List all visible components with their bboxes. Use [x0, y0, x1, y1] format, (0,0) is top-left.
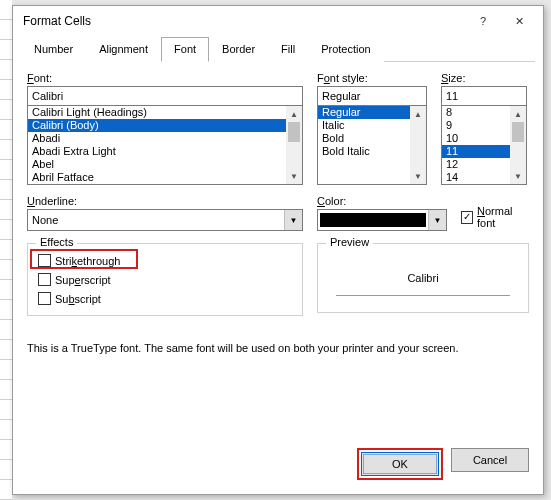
font-item[interactable]: Abadi	[28, 132, 286, 145]
checkbox-icon	[38, 273, 51, 286]
effects-legend: Effects	[36, 236, 77, 248]
scroll-up-icon[interactable]: ▲	[286, 106, 302, 122]
underline-dropdown[interactable]: None ▼	[27, 209, 303, 231]
color-dropdown[interactable]: ▼	[317, 209, 447, 231]
scroll-down-icon[interactable]: ▼	[410, 168, 426, 184]
preview-groupbox: Preview Calibri	[317, 243, 529, 313]
tab-strip: Number Alignment Font Border Fill Protec…	[21, 36, 535, 62]
format-cells-dialog: Format Cells ? ✕ Number Alignment Font B…	[12, 5, 544, 495]
size-item[interactable]: 14	[442, 171, 510, 184]
scroll-thumb[interactable]	[512, 122, 524, 142]
dialog-buttons: OK Cancel	[13, 438, 543, 494]
preview-sample: Calibri	[407, 272, 438, 284]
spreadsheet-background	[0, 0, 12, 500]
font-style-item[interactable]: Regular	[318, 106, 410, 119]
checkbox-icon	[461, 211, 473, 224]
font-label: Font:	[27, 72, 303, 84]
font-item[interactable]: Abril Fatface	[28, 171, 286, 184]
font-input[interactable]	[27, 86, 303, 106]
cancel-button[interactable]: Cancel	[451, 448, 529, 472]
tab-protection[interactable]: Protection	[308, 37, 384, 62]
size-scrollbar[interactable]: ▲ ▼	[510, 106, 526, 184]
checkbox-icon	[38, 292, 51, 305]
font-style-input[interactable]	[317, 86, 427, 106]
titlebar: Format Cells ? ✕	[13, 6, 543, 36]
preview-area: Calibri	[328, 254, 518, 302]
font-style-label: Font style:	[317, 72, 427, 84]
highlight-annotation: OK	[357, 448, 443, 480]
color-label: Color:	[317, 195, 447, 207]
font-info-text: This is a TrueType font. The same font w…	[27, 342, 529, 354]
chevron-down-icon[interactable]: ▼	[428, 210, 446, 230]
superscript-checkbox[interactable]: Superscript	[38, 273, 292, 286]
scroll-up-icon[interactable]: ▲	[510, 106, 526, 122]
tab-fill[interactable]: Fill	[268, 37, 308, 62]
chevron-down-icon[interactable]: ▼	[284, 210, 302, 230]
tab-content: Font: Calibri Light (Headings) Calibri (…	[13, 62, 543, 438]
tab-border[interactable]: Border	[209, 37, 268, 62]
size-label: Size:	[441, 72, 527, 84]
help-button[interactable]: ?	[465, 8, 501, 34]
font-listbox[interactable]: Calibri Light (Headings) Calibri (Body) …	[27, 105, 303, 185]
size-item[interactable]: 11	[442, 145, 510, 158]
size-item[interactable]: 8	[442, 106, 510, 119]
font-item[interactable]: Calibri (Body)	[28, 119, 286, 132]
underline-label: Underline:	[27, 195, 303, 207]
scroll-thumb[interactable]	[288, 122, 300, 142]
underline-value: None	[28, 214, 284, 226]
preview-legend: Preview	[326, 236, 373, 248]
scroll-up-icon[interactable]: ▲	[410, 106, 426, 122]
size-item[interactable]: 9	[442, 119, 510, 132]
size-input[interactable]	[441, 86, 527, 106]
subscript-checkbox[interactable]: Subscript	[38, 292, 292, 305]
dialog-title: Format Cells	[23, 14, 465, 28]
font-item[interactable]: Abel	[28, 158, 286, 171]
normal-font-label: Normal font	[477, 205, 529, 229]
font-style-item[interactable]: Bold Italic	[318, 145, 410, 158]
superscript-label: Superscript	[55, 274, 111, 286]
size-listbox[interactable]: 8 9 10 11 12 14 ▲ ▼	[441, 105, 527, 185]
scroll-down-icon[interactable]: ▼	[510, 168, 526, 184]
scroll-down-icon[interactable]: ▼	[286, 168, 302, 184]
font-style-listbox[interactable]: Regular Italic Bold Bold Italic ▲ ▼	[317, 105, 427, 185]
font-style-item[interactable]: Italic	[318, 119, 410, 132]
font-scrollbar[interactable]: ▲ ▼	[286, 106, 302, 184]
subscript-label: Subscript	[55, 293, 101, 305]
font-style-scrollbar[interactable]: ▲ ▼	[410, 106, 426, 184]
ok-button[interactable]: OK	[361, 452, 439, 476]
strikethrough-label: Strikethrough	[55, 255, 120, 267]
size-item[interactable]: 10	[442, 132, 510, 145]
effects-groupbox: Effects Strikethrough Superscript Subscr…	[27, 243, 303, 316]
tab-number[interactable]: Number	[21, 37, 86, 62]
tab-font[interactable]: Font	[161, 37, 209, 62]
font-item[interactable]: Calibri Light (Headings)	[28, 106, 286, 119]
strikethrough-checkbox[interactable]: Strikethrough	[38, 254, 292, 267]
font-style-item[interactable]: Bold	[318, 132, 410, 145]
close-button[interactable]: ✕	[501, 8, 537, 34]
normal-font-checkbox[interactable]: Normal font	[461, 205, 529, 229]
font-item[interactable]: Abadi Extra Light	[28, 145, 286, 158]
size-item[interactable]: 12	[442, 158, 510, 171]
preview-baseline	[336, 295, 510, 296]
color-swatch	[320, 213, 426, 227]
checkbox-icon	[38, 254, 51, 267]
tab-alignment[interactable]: Alignment	[86, 37, 161, 62]
